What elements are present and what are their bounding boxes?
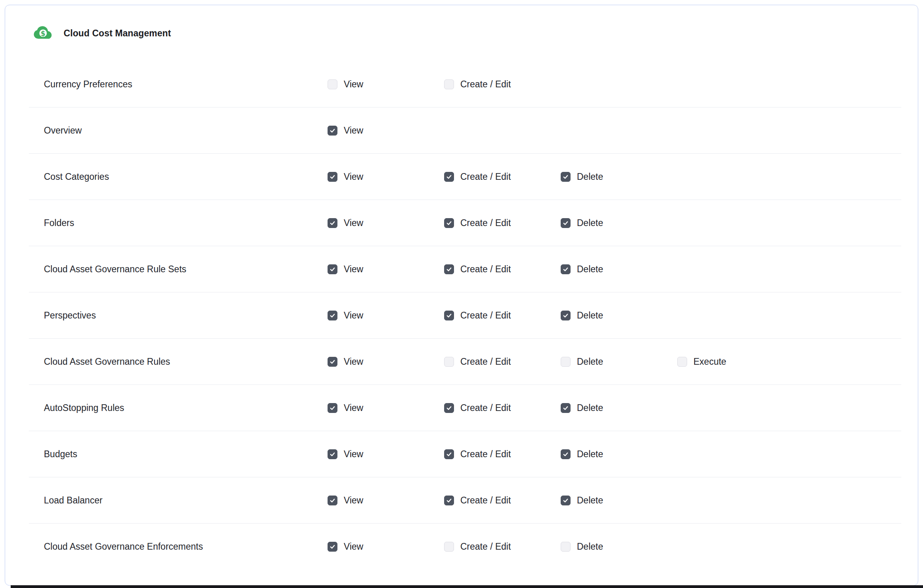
create-edit-permission[interactable]: Create / Edit: [444, 310, 561, 321]
create-edit-checkbox[interactable]: [444, 403, 454, 413]
delete-checkbox[interactable]: [561, 449, 571, 459]
create-edit-permission[interactable]: Create / Edit: [444, 541, 561, 552]
svg-text:$: $: [41, 30, 45, 38]
permission-label: Delete: [577, 449, 603, 460]
view-checkbox[interactable]: [328, 496, 337, 505]
delete-permission[interactable]: Delete: [561, 403, 677, 413]
delete-permission[interactable]: Delete: [561, 218, 677, 228]
delete-checkbox[interactable]: [561, 496, 571, 505]
create-edit-permission[interactable]: Create / Edit: [444, 356, 561, 367]
permission-row-budgets: BudgetsViewCreate / EditDelete: [29, 431, 901, 477]
create-edit-permission[interactable]: Create / Edit: [444, 495, 561, 506]
checkmark-icon: [564, 314, 567, 317]
permission-label: View: [344, 403, 363, 413]
create-edit-checkbox[interactable]: [444, 264, 454, 274]
permission-label: Delete: [577, 172, 603, 182]
view-permission[interactable]: View: [328, 356, 444, 367]
permission-label: Delete: [577, 310, 603, 321]
cloud-dollar-icon: $: [33, 24, 53, 42]
resource-name: Load Balancer: [44, 495, 328, 506]
permission-label: Delete: [577, 264, 603, 275]
delete-permission[interactable]: Delete: [561, 310, 677, 321]
view-checkbox[interactable]: [328, 79, 337, 89]
delete-permission[interactable]: Delete: [561, 449, 677, 460]
delete-permission[interactable]: Delete: [561, 172, 677, 182]
create-edit-permission[interactable]: Create / Edit: [444, 218, 561, 228]
execute-checkbox[interactable]: [677, 357, 687, 367]
resource-name: Currency Preferences: [44, 79, 328, 90]
checkmark-icon: [447, 453, 451, 456]
permission-row-folders: FoldersViewCreate / EditDelete: [29, 200, 901, 246]
delete-permission[interactable]: Delete: [561, 264, 677, 275]
checkmark-icon: [564, 453, 567, 456]
view-permission[interactable]: View: [328, 125, 444, 136]
view-checkbox[interactable]: [328, 311, 337, 320]
delete-checkbox[interactable]: [561, 311, 571, 320]
view-permission[interactable]: View: [328, 79, 444, 90]
permission-label: View: [344, 356, 363, 367]
delete-checkbox[interactable]: [561, 172, 571, 182]
delete-checkbox[interactable]: [561, 403, 571, 413]
delete-permission[interactable]: Delete: [561, 495, 677, 506]
delete-checkbox[interactable]: [561, 542, 571, 552]
delete-permission[interactable]: Delete: [561, 356, 677, 367]
permission-label: View: [344, 125, 363, 136]
view-permission[interactable]: View: [328, 449, 444, 460]
view-checkbox[interactable]: [328, 218, 337, 228]
create-edit-permission[interactable]: Create / Edit: [444, 172, 561, 182]
permission-row-cloud-asset-governance-enforcements: Cloud Asset Governance EnforcementsViewC…: [29, 524, 901, 570]
resource-name: Cost Categories: [44, 172, 328, 182]
create-edit-permission[interactable]: Create / Edit: [444, 79, 561, 90]
permission-label: Create / Edit: [460, 403, 511, 413]
create-edit-checkbox[interactable]: [444, 542, 454, 552]
execute-permission[interactable]: Execute: [677, 356, 794, 367]
permission-row-perspectives: PerspectivesViewCreate / EditDelete: [29, 292, 901, 339]
permission-row-overview: OverviewView: [29, 107, 901, 154]
create-edit-checkbox[interactable]: [444, 79, 454, 89]
view-permission[interactable]: View: [328, 264, 444, 275]
view-checkbox[interactable]: [328, 357, 337, 367]
delete-checkbox[interactable]: [561, 357, 571, 367]
resource-name: AutoStopping Rules: [44, 403, 328, 413]
permission-label: Create / Edit: [460, 264, 511, 275]
create-edit-permission[interactable]: Create / Edit: [444, 449, 561, 460]
resource-name: Cloud Asset Governance Rule Sets: [44, 264, 328, 275]
view-checkbox[interactable]: [328, 403, 337, 413]
permission-label: Delete: [577, 356, 603, 367]
create-edit-permission[interactable]: Create / Edit: [444, 403, 561, 413]
view-checkbox[interactable]: [328, 449, 337, 459]
view-permission[interactable]: View: [328, 495, 444, 506]
create-edit-checkbox[interactable]: [444, 357, 454, 367]
create-edit-checkbox[interactable]: [444, 449, 454, 459]
view-permission[interactable]: View: [328, 218, 444, 228]
view-checkbox[interactable]: [328, 542, 337, 552]
create-edit-checkbox[interactable]: [444, 218, 454, 228]
checkmark-icon: [447, 407, 451, 409]
resource-name: Budgets: [44, 449, 328, 460]
permission-label: Delete: [577, 495, 603, 506]
permission-row-cost-categories: Cost CategoriesViewCreate / EditDelete: [29, 154, 901, 200]
checkmark-icon: [447, 314, 451, 317]
checkmark-icon: [447, 222, 451, 224]
view-checkbox[interactable]: [328, 264, 337, 274]
create-edit-checkbox[interactable]: [444, 311, 454, 320]
checkmark-icon: [331, 360, 334, 363]
permission-label: Delete: [577, 403, 603, 413]
view-permission[interactable]: View: [328, 310, 444, 321]
view-checkbox[interactable]: [328, 172, 337, 182]
checkmark-icon: [564, 175, 567, 178]
view-checkbox[interactable]: [328, 126, 337, 136]
resource-name: Cloud Asset Governance Rules: [44, 356, 328, 367]
checkmark-icon: [331, 545, 334, 548]
view-permission[interactable]: View: [328, 541, 444, 552]
view-permission[interactable]: View: [328, 172, 444, 182]
delete-permission[interactable]: Delete: [561, 541, 677, 552]
delete-checkbox[interactable]: [561, 264, 571, 274]
delete-checkbox[interactable]: [561, 218, 571, 228]
permission-label: Create / Edit: [460, 218, 511, 228]
permission-label: Create / Edit: [460, 172, 511, 182]
create-edit-checkbox[interactable]: [444, 172, 454, 182]
view-permission[interactable]: View: [328, 403, 444, 413]
create-edit-permission[interactable]: Create / Edit: [444, 264, 561, 275]
create-edit-checkbox[interactable]: [444, 496, 454, 505]
